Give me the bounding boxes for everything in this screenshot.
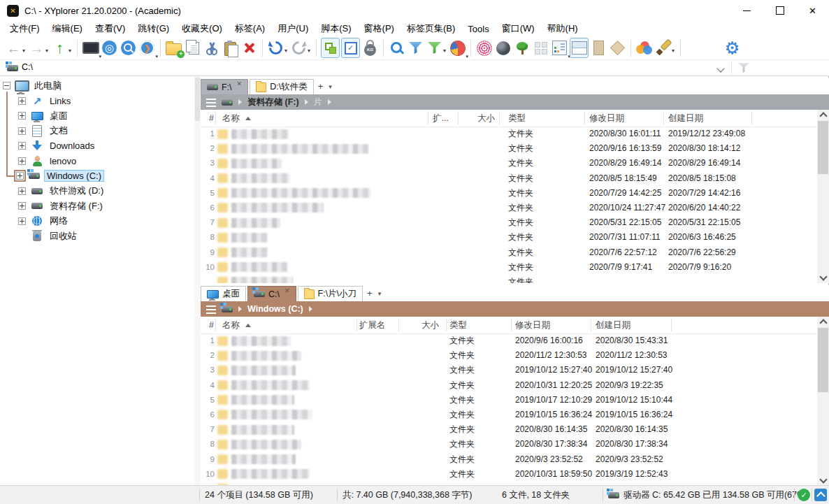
maximize-button[interactable] xyxy=(763,0,796,21)
menu-item[interactable]: 编辑(E) xyxy=(46,21,89,36)
minimize-button[interactable] xyxy=(730,0,763,21)
file-row[interactable]: 1 文件夹 2020/8/30 16:01:11 2019/12/12 23:4… xyxy=(201,127,817,141)
back-dropdown[interactable]: ▾ xyxy=(22,48,25,54)
tree-item-drive-d[interactable]: 软件游戏 (D:) xyxy=(18,184,106,199)
tree-scrollbar[interactable] xyxy=(194,76,201,486)
file-row[interactable]: 7 文件夹 2020/5/31 22:15:05 2020/5/31 22:15… xyxy=(201,215,817,230)
menu-item[interactable]: 标签页集(B) xyxy=(401,21,461,36)
column-index[interactable]: # xyxy=(201,317,214,333)
preview-pane-button[interactable] xyxy=(590,38,607,57)
breadcrumb-segment[interactable]: Windows (C:) xyxy=(247,304,303,314)
column-extension[interactable]: 扩... xyxy=(433,110,449,127)
expand-icon[interactable] xyxy=(18,202,26,210)
calculate-size-button[interactable]: KG xyxy=(361,38,379,57)
file-row[interactable]: 8 文件夹 2020/7/31 11:07:11 2020/6/3 16:46:… xyxy=(201,230,817,245)
tree-item-lenovo[interactable]: lenovo xyxy=(18,154,79,168)
back-button[interactable]: ← xyxy=(5,38,22,57)
spiral-button[interactable] xyxy=(475,38,493,57)
file-row[interactable]: 5 文件夹 2019/10/17 12:10:29 2019/10/12 15:… xyxy=(201,393,817,408)
redo-button[interactable] xyxy=(290,38,308,57)
tag-button[interactable] xyxy=(609,38,626,57)
file-row[interactable]: 2 文件夹 2020/11/2 12:30:53 2020/11/2 12:30… xyxy=(201,348,817,363)
tree-item-recycle-bin[interactable]: 回收站 xyxy=(26,229,80,243)
forward-button[interactable]: → xyxy=(28,38,45,57)
tab-d-software[interactable]: D:\软件类 xyxy=(250,79,313,94)
collapse-icon[interactable] xyxy=(3,82,10,89)
tree-item-drive-c[interactable]: Windows (C:) xyxy=(14,168,104,183)
menu-item[interactable]: 窗口(W) xyxy=(496,21,541,36)
file-row[interactable]: 3 文件夹 2019/10/12 15:27:40 2019/10/12 15:… xyxy=(201,363,817,377)
column-type[interactable]: 类型 xyxy=(449,317,467,333)
tab-c-drive[interactable]: C:\ ✕ xyxy=(247,286,296,301)
expand-icon[interactable] xyxy=(18,112,26,120)
column-size[interactable]: 大小 xyxy=(401,317,439,333)
file-row[interactable]: 文件夹 xyxy=(201,275,817,283)
menu-item[interactable]: 用户(U) xyxy=(271,21,315,36)
file-row[interactable]: 2 文件夹 2020/9/16 16:13:59 2020/8/30 18:14… xyxy=(201,141,817,156)
scroll-down-icon[interactable] xyxy=(817,475,829,486)
reports-button[interactable]: ▾ xyxy=(449,38,466,57)
file-row[interactable]: 4 文件夹 2020/10/31 12:20:25 2020/9/3 19:22… xyxy=(201,378,817,393)
visual-filter-dropdown[interactable]: ▾ xyxy=(443,48,446,54)
tree-item-desktop[interactable]: 桌面 xyxy=(18,108,71,123)
expand-icon[interactable] xyxy=(18,142,26,150)
selected-tree-label[interactable]: Windows (C:) xyxy=(44,170,104,182)
top-scrollbar[interactable] xyxy=(817,110,829,283)
tree-item-documents[interactable]: 文档 xyxy=(18,124,71,138)
breadcrumb-segment[interactable]: 资料存储 (F:) xyxy=(247,96,299,108)
address-input[interactable]: C:\ xyxy=(22,62,33,72)
column-index[interactable]: # xyxy=(201,110,214,127)
hamburger-icon[interactable] xyxy=(206,305,216,307)
column-created[interactable]: 创建日期 xyxy=(668,110,703,127)
tree-item-downloads[interactable]: Downloads xyxy=(18,138,97,153)
close-button[interactable]: ✕ xyxy=(796,0,829,21)
file-row[interactable]: 8 文件夹 2020/8/30 17:38:34 2020/8/30 17:38… xyxy=(201,437,817,452)
visual-filter-button[interactable] xyxy=(426,38,443,57)
tab-close-icon[interactable]: ✕ xyxy=(237,81,243,87)
column-name[interactable]: 名称 xyxy=(222,110,251,127)
checkbox-selection-button[interactable]: ✓ xyxy=(341,38,360,58)
menu-item[interactable]: Tools xyxy=(461,21,495,36)
tab-list-dropdown[interactable]: ▾ xyxy=(329,83,332,90)
status-ok-icon[interactable]: ✓ xyxy=(798,489,810,501)
bottom-scrollbar[interactable] xyxy=(817,317,829,486)
scroll-up-icon[interactable] xyxy=(817,317,829,327)
tab-desktop[interactable]: 桌面 xyxy=(201,286,246,301)
scrollbar-thumb[interactable] xyxy=(195,78,200,121)
file-row[interactable]: 6 文件夹 2020/10/24 11:27:47 2020/6/20 14:4… xyxy=(201,201,817,215)
menu-item[interactable]: 脚本(S) xyxy=(315,21,357,36)
drive-icon[interactable] xyxy=(222,99,233,106)
scrollbar-thumb[interactable] xyxy=(818,328,828,392)
scrollbar-thumb[interactable] xyxy=(818,121,828,174)
tree-item-links[interactable]: ↗ Links xyxy=(18,94,73,108)
column-extension[interactable]: 扩展名 xyxy=(359,317,386,333)
tab-close-icon[interactable]: ✕ xyxy=(284,288,290,294)
file-row[interactable]: 3 文件夹 2020/8/29 16:49:14 2020/8/29 16:49… xyxy=(201,156,817,171)
column-modified[interactable]: 修改日期 xyxy=(589,110,624,127)
file-row[interactable]: 1 文件夹 2020/9/6 16:00:16 2020/8/30 15:43:… xyxy=(201,333,817,348)
hotlist-button[interactable]: ◎ xyxy=(101,38,118,57)
tree-item-drive-f[interactable]: 资料存储 (F:) xyxy=(18,199,106,213)
find-files-button[interactable] xyxy=(388,38,405,57)
tab-list-dropdown[interactable]: ▾ xyxy=(378,290,382,297)
forward-dropdown[interactable]: ▾ xyxy=(45,48,48,54)
new-folder-button[interactable]: + xyxy=(165,38,182,57)
column-modified[interactable]: 修改日期 xyxy=(515,317,550,333)
expand-icon[interactable] xyxy=(18,217,26,225)
new-tab-button[interactable]: + xyxy=(367,288,373,298)
column-created[interactable]: 创建日期 xyxy=(596,317,630,333)
paste-button[interactable] xyxy=(222,38,239,57)
expand-icon[interactable] xyxy=(18,97,26,105)
tree-item-this-pc[interactable]: 此电脑 xyxy=(3,78,64,93)
copy-button[interactable] xyxy=(184,38,201,57)
quick-search-button[interactable] xyxy=(120,38,137,57)
file-row[interactable]: 9 文件夹 2020/9/3 23:52:52 2020/9/3 23:52:5… xyxy=(201,452,817,467)
menu-item[interactable]: 窗格(P) xyxy=(358,21,401,36)
menu-item[interactable]: 帮助(H) xyxy=(541,21,584,36)
menu-item[interactable]: 跳转(G) xyxy=(131,21,175,36)
up-dropdown[interactable]: ▾ xyxy=(69,48,71,54)
status-panel-up-button[interactable] xyxy=(814,489,827,501)
toggle-tree-button[interactable] xyxy=(321,38,340,58)
undo-dropdown[interactable]: ▾ xyxy=(284,48,287,54)
scroll-up-icon[interactable] xyxy=(817,110,829,120)
